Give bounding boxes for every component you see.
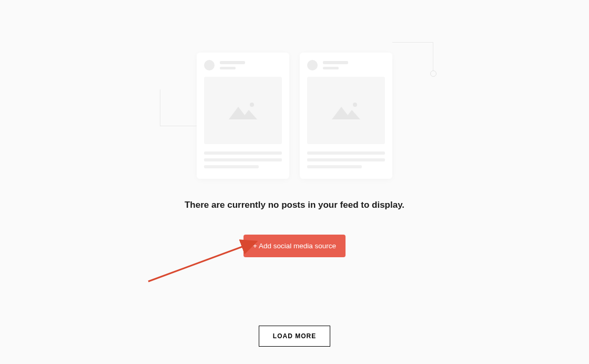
decorative-connector-bottom (160, 89, 197, 126)
image-placeholder (204, 77, 282, 144)
empty-feed-container: There are currently no posts in your fee… (0, 0, 589, 347)
empty-state-message: There are currently no posts in your fee… (185, 200, 404, 210)
add-social-media-source-button[interactable]: + Add social media source (243, 235, 346, 257)
text-placeholder-line (204, 151, 282, 155)
meta-placeholder-line (323, 67, 339, 69)
name-placeholder-line (323, 61, 348, 64)
svg-point-2 (250, 103, 254, 107)
text-placeholder-line (204, 158, 282, 161)
load-more-button[interactable]: LOAD MORE (259, 326, 330, 347)
decorative-node-circle (430, 70, 436, 77)
placeholder-cards-group (197, 53, 392, 179)
mountain-image-icon (225, 97, 261, 124)
text-placeholder-line (307, 158, 385, 161)
text-placeholder-line (307, 165, 362, 168)
meta-placeholder-line (220, 67, 236, 69)
avatar-placeholder-icon (204, 60, 215, 70)
svg-point-5 (353, 103, 357, 107)
avatar-placeholder-icon (307, 60, 318, 70)
placeholder-card (300, 53, 392, 179)
text-placeholder-line (307, 151, 385, 155)
name-placeholder-line (220, 61, 245, 64)
text-placeholder-line (204, 165, 259, 168)
mountain-image-icon (328, 97, 364, 124)
placeholder-card (197, 53, 289, 179)
image-placeholder (307, 77, 385, 144)
decorative-connector-top (392, 42, 433, 74)
